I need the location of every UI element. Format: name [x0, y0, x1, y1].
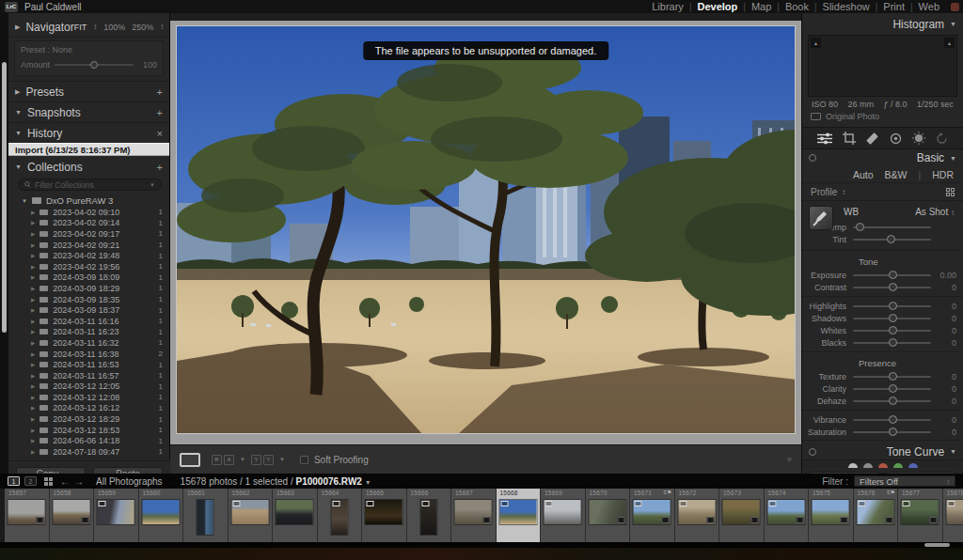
- collection-item[interactable]: ▶2024-03-11 16:531: [8, 359, 169, 370]
- clear-history-button[interactable]: ×: [157, 128, 163, 139]
- slider-knob[interactable]: [889, 271, 897, 279]
- masking-icon[interactable]: [912, 132, 925, 145]
- thumbnail-15660[interactable]: 15660: [139, 489, 184, 542]
- collections-header[interactable]: ▼ Collections +: [8, 158, 169, 176]
- collection-item[interactable]: ▶2024-03-11 16:321: [8, 337, 169, 349]
- navigator-header[interactable]: ▶ Navigator FIT↕ 100% 250%↕: [8, 18, 169, 36]
- slider-track[interactable]: [853, 330, 931, 332]
- thumbnail-photo[interactable]: [366, 500, 403, 524]
- collection-item[interactable]: ▶2024-07-18 09:471: [8, 446, 169, 458]
- module-book[interactable]: Book: [780, 1, 814, 12]
- selection-status[interactable]: 15678 photos / 1 selected / P1000076.RW2…: [181, 476, 371, 487]
- tone-curve-channels[interactable]: [802, 459, 963, 468]
- thumbnail-15678[interactable]: 15678: [943, 489, 963, 542]
- slider-tint[interactable]: Tint: [802, 233, 963, 245]
- slider-dehaze[interactable]: Dehaze0: [802, 395, 963, 407]
- collection-item[interactable]: ▶2024-03-12 16:121: [8, 403, 169, 414]
- slider-track[interactable]: [853, 388, 931, 390]
- collection-item[interactable]: ▶2024-03-12 12:081: [8, 392, 169, 403]
- zoom-fit[interactable]: FIT: [74, 23, 87, 32]
- second-window-button[interactable]: 2: [24, 476, 37, 486]
- slider-knob[interactable]: [90, 61, 98, 69]
- slider-shadows[interactable]: Shadows0: [802, 312, 963, 324]
- tone-curve-header[interactable]: Tone Curve ▼: [802, 443, 963, 459]
- loupe-view-button[interactable]: [180, 453, 200, 467]
- module-develop[interactable]: Develop: [691, 1, 743, 12]
- thumbnail-photo[interactable]: [767, 500, 804, 524]
- add-collection-button[interactable]: +: [157, 162, 163, 173]
- collection-item[interactable]: ▶2023-04-02 19:481: [8, 250, 169, 261]
- thumbnail-photo[interactable]: [946, 500, 963, 524]
- thumbnail-photo[interactable]: [231, 500, 268, 524]
- histogram-header[interactable]: Histogram ▼: [802, 15, 963, 33]
- thumbnail-photo[interactable]: [455, 500, 492, 524]
- before-after-left-button[interactable]: R: [212, 455, 222, 465]
- snapshots-header[interactable]: ▼ Snapshots +: [8, 103, 169, 121]
- slider-knob[interactable]: [889, 384, 897, 393]
- thumbnail-photo[interactable]: [53, 500, 89, 524]
- thumbnail-15666[interactable]: 15666: [407, 489, 452, 542]
- collection-item[interactable]: ▶2024-03-09 18:351: [8, 294, 169, 305]
- scrollbar-thumb[interactable]: [924, 543, 950, 547]
- source-label[interactable]: All Photographs: [96, 476, 163, 487]
- bw-button[interactable]: B&W: [885, 169, 908, 180]
- wb-as-shot-select[interactable]: As Shot ↕: [915, 207, 955, 217]
- slider-texture[interactable]: Texture0: [802, 370, 963, 382]
- history-item-import[interactable]: Import (6/13/25 8:16:37 PM): [8, 143, 169, 156]
- collection-item[interactable]: ▶2024-03-12 18:531: [8, 425, 169, 436]
- slider-track[interactable]: [853, 342, 931, 344]
- before-after-right-button[interactable]: A: [224, 455, 234, 465]
- collection-set-root[interactable]: ▼ DxO PureRAW 3: [8, 194, 169, 207]
- thumbnail-15675[interactable]: 15675: [809, 489, 854, 542]
- forward-arrow-icon[interactable]: →: [74, 476, 84, 487]
- basic-header[interactable]: Basic ▼: [802, 149, 963, 166]
- slider-track[interactable]: [853, 239, 931, 241]
- slider-whites[interactable]: Whites0: [802, 324, 963, 336]
- thumbnail-photo[interactable]: [589, 500, 625, 524]
- red-eye-icon[interactable]: [890, 132, 902, 145]
- profile-browser-icon[interactable]: [946, 188, 955, 196]
- collection-item[interactable]: ▶2023-04-02 19:561: [8, 261, 169, 272]
- slider-track[interactable]: [853, 318, 931, 319]
- slider-exposure[interactable]: Exposure0.00: [802, 269, 963, 281]
- collection-item[interactable]: ▶2024-03-12 18:291: [8, 413, 169, 425]
- slider-track[interactable]: [853, 287, 931, 288]
- thumbnail-15671[interactable]: 15671≡⚑: [630, 489, 675, 542]
- crop-icon[interactable]: [843, 132, 856, 145]
- module-print[interactable]: Print: [877, 1, 910, 12]
- edit-sliders-icon[interactable]: [817, 132, 832, 145]
- thumbnail-photo[interactable]: [545, 500, 581, 524]
- thumbnail-15665[interactable]: 15665: [362, 489, 407, 542]
- collection-item[interactable]: ▶2024-03-11 16:161: [8, 316, 169, 327]
- thumbnail-15658[interactable]: 15658: [50, 489, 95, 542]
- slider-knob[interactable]: [889, 372, 897, 381]
- filter-collections-input[interactable]: Filter Collections ▼: [18, 179, 162, 191]
- thumbnail-photo[interactable]: [678, 500, 715, 524]
- thumbnail-15659[interactable]: 15659: [94, 489, 139, 542]
- thumbnail-15672[interactable]: 15672: [675, 489, 720, 542]
- thumbnail-15676[interactable]: 15676≡⚑: [854, 489, 899, 542]
- slider-highlights[interactable]: Highlights0: [802, 300, 963, 312]
- thumbnail-15670[interactable]: 15670: [586, 489, 631, 542]
- thumbnail-15661[interactable]: 15661: [183, 489, 229, 542]
- collection-item[interactable]: ▶2024-03-11 16:382: [8, 349, 169, 360]
- slider-contrast[interactable]: Contrast0: [802, 281, 963, 293]
- thumbnail-15674[interactable]: 15674: [765, 489, 810, 542]
- collection-item[interactable]: ▶2023-04-02 09:141: [8, 218, 169, 229]
- slider-knob[interactable]: [889, 415, 897, 424]
- collection-item[interactable]: ▶2024-03-09 18:371: [8, 304, 169, 316]
- scrollbar-thumb[interactable]: [2, 62, 7, 333]
- module-map[interactable]: Map: [746, 1, 777, 12]
- profile-row[interactable]: Profile ↕: [802, 182, 963, 201]
- thumbnail-photo[interactable]: [276, 500, 313, 524]
- module-slideshow[interactable]: Slideshow: [817, 1, 876, 12]
- wb-dropper-tool[interactable]: [809, 206, 833, 230]
- slider-knob[interactable]: [889, 283, 897, 291]
- healing-icon[interactable]: [866, 132, 878, 145]
- thumbnail-15667[interactable]: 15667: [451, 489, 497, 542]
- split-view-left-button[interactable]: Y: [251, 455, 261, 465]
- collection-item[interactable]: ▶2023-04-02 09:171: [8, 228, 169, 240]
- thumbnail-photo[interactable]: [98, 500, 134, 524]
- panel-switch-icon[interactable]: [809, 154, 816, 162]
- heart-icon[interactable]: ♥: [787, 455, 792, 464]
